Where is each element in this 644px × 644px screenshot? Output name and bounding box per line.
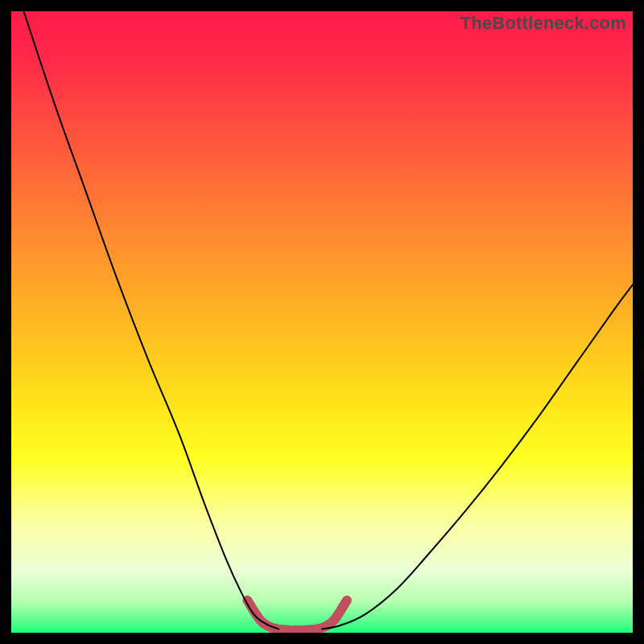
curve-layer bbox=[11, 11, 633, 633]
series-right-curve bbox=[322, 285, 633, 630]
series-valley-bracket bbox=[247, 601, 347, 630]
series-left-curve bbox=[23, 11, 279, 629]
chart-frame: TheBottleneck.com bbox=[0, 0, 644, 644]
plot-area: TheBottleneck.com bbox=[11, 11, 633, 633]
